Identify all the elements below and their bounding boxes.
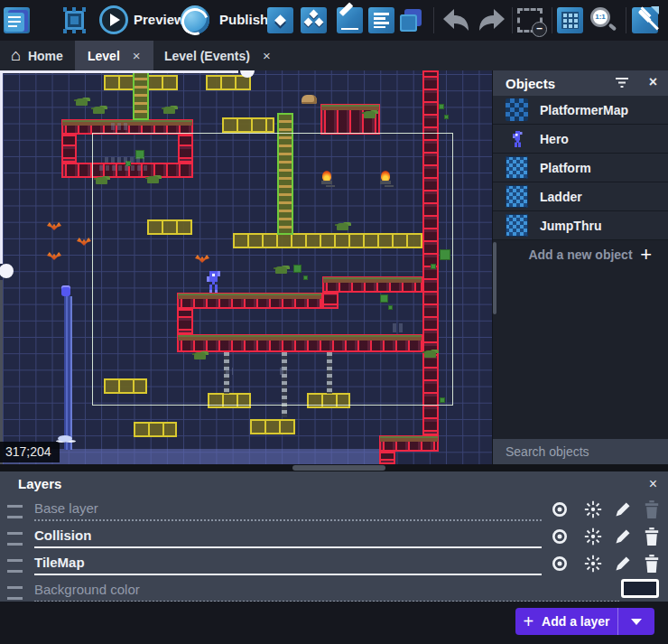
layers-panel-icon[interactable] (397, 7, 423, 33)
edit-properties-icon[interactable] (337, 7, 363, 33)
edit-pencil-icon[interactable] (612, 499, 634, 520)
add-layer-dropdown[interactable] (617, 608, 654, 635)
tab-level[interactable]: Level × (75, 41, 153, 70)
project-manager-icon[interactable] (4, 7, 30, 33)
visibility-eye-icon[interactable] (549, 553, 571, 574)
trash-icon[interactable] (641, 553, 663, 574)
grid-icon[interactable] (557, 7, 583, 33)
layer-row-background-color: Background color (0, 577, 668, 604)
instance-bush[interactable] (163, 107, 175, 114)
instance-waterfall[interactable] (64, 296, 72, 450)
close-icon[interactable]: × (133, 48, 141, 63)
visibility-eye-icon[interactable] (549, 526, 571, 547)
redo-icon[interactable] (477, 7, 507, 33)
instance-bush[interactable] (76, 98, 88, 106)
settings-wrench-icon[interactable] (632, 7, 658, 33)
level-bounds-outline (92, 133, 453, 406)
tab-level-events-label: Level (Events) (164, 49, 250, 63)
instance-waterfall-splash[interactable] (58, 435, 72, 442)
cursor-coordinates: 317;204 (0, 442, 60, 462)
trash-icon[interactable] (641, 499, 663, 520)
chevron-down-icon (631, 619, 642, 625)
left-scroll-thumb[interactable] (0, 264, 14, 278)
instance-hero[interactable] (204, 271, 207, 274)
object-label: JumpThru (540, 219, 601, 233)
add-layer-main[interactable]: + Add a layer (515, 608, 617, 635)
object-row-platform[interactable]: Platform (493, 154, 668, 182)
instance-platformer-brick[interactable] (379, 435, 439, 452)
scene-editor-canvas[interactable]: 317;204 (0, 70, 492, 464)
publish-icon[interactable] (181, 5, 209, 34)
objects-panel-title: Objects (506, 76, 555, 91)
add-object-icon[interactable] (267, 7, 293, 33)
preview-icon[interactable] (99, 5, 128, 34)
undo-icon[interactable] (441, 7, 471, 33)
edit-pencil-icon[interactable] (612, 553, 634, 574)
left-scroll-line-lower (0, 280, 3, 464)
objects-panel: Objects × PlatformerMapHeroPlatformLadde… (492, 70, 668, 464)
zoom-reset-icon[interactable]: 1:1 (589, 6, 619, 34)
search-objects-input[interactable] (493, 443, 668, 460)
tab-home-label: Home (28, 49, 63, 63)
instance-platformer-brick[interactable] (320, 104, 380, 135)
clear-selection-icon[interactable] (517, 8, 543, 33)
trash-icon[interactable] (641, 526, 663, 547)
filter-icon[interactable] (616, 78, 628, 89)
edit-pencil-icon[interactable] (612, 526, 634, 547)
tilemap-light-icon (506, 156, 528, 179)
effects-icon[interactable] (582, 499, 604, 520)
instance-bush[interactable] (93, 107, 105, 114)
bottom-bar: + Add a layer (0, 602, 668, 644)
close-icon[interactable]: × (649, 74, 657, 90)
instance-green-block[interactable] (444, 115, 449, 119)
instance-platformer-brick[interactable] (61, 135, 77, 163)
close-icon[interactable]: × (263, 48, 271, 63)
effects-icon[interactable] (582, 553, 604, 574)
layer-name-field[interactable]: Collision (34, 527, 91, 543)
layer-name-field[interactable]: Background color (34, 582, 140, 597)
instance-platformer-brick[interactable] (379, 452, 395, 464)
instance-ladder[interactable] (133, 70, 149, 120)
debugger-icon[interactable] (61, 7, 88, 33)
drag-handle-icon[interactable] (7, 559, 23, 573)
drag-handle-icon[interactable] (7, 586, 23, 600)
instance-mushroom[interactable] (302, 95, 317, 104)
visibility-eye-icon[interactable] (549, 499, 571, 520)
objects-panel-header: Objects × (493, 70, 668, 96)
toolbar-divider (552, 7, 552, 33)
instance-bat[interactable] (47, 222, 61, 230)
drag-handle-icon[interactable] (7, 532, 23, 546)
drag-handle-icon[interactable] (7, 505, 23, 518)
add-new-object-button[interactable]: Add a new object + (493, 240, 668, 268)
instance-green-block[interactable] (439, 104, 444, 109)
tab-bar: ⌂ Home Level × Level (Events) × (0, 41, 668, 70)
layer-name-underline (34, 574, 542, 575)
instance-waterfall-top[interactable] (61, 285, 70, 296)
tab-home[interactable]: ⌂ Home (0, 41, 74, 70)
object-label: Hero (540, 132, 569, 146)
instance-jumpthru-platform[interactable] (250, 419, 295, 434)
instance-bush[interactable] (364, 111, 376, 118)
object-row-hero[interactable]: Hero (493, 125, 668, 154)
tab-level-events[interactable]: Level (Events) × (152, 41, 283, 70)
instance-bat[interactable] (77, 238, 91, 246)
preview-label[interactable]: Preview (134, 12, 185, 27)
toolbar-divider (433, 7, 434, 33)
close-icon[interactable]: × (649, 476, 657, 492)
add-layer-button[interactable]: + Add a layer (515, 608, 654, 635)
object-row-ladder[interactable]: Ladder (493, 182, 668, 211)
background-color-swatch[interactable] (621, 579, 659, 598)
instance-bat[interactable] (47, 252, 61, 260)
objects-scrollbar-thumb[interactable] (493, 242, 496, 314)
horizontal-scrollbar-thumb[interactable] (292, 465, 385, 471)
effects-icon[interactable] (582, 526, 604, 547)
layer-name-field[interactable]: TileMap (34, 555, 85, 570)
object-row-jumpthru[interactable]: JumpThru (493, 211, 668, 240)
instance-jumpthru-platform[interactable] (134, 422, 177, 437)
object-row-platformermap[interactable]: PlatformerMap (493, 96, 668, 125)
layer-name-field[interactable]: Base layer (34, 500, 98, 516)
publish-label[interactable]: Publish (219, 12, 268, 27)
instance-jumpthru-platform[interactable] (222, 117, 274, 133)
objects-list-icon[interactable] (301, 7, 327, 33)
instances-list-icon[interactable] (368, 7, 394, 33)
